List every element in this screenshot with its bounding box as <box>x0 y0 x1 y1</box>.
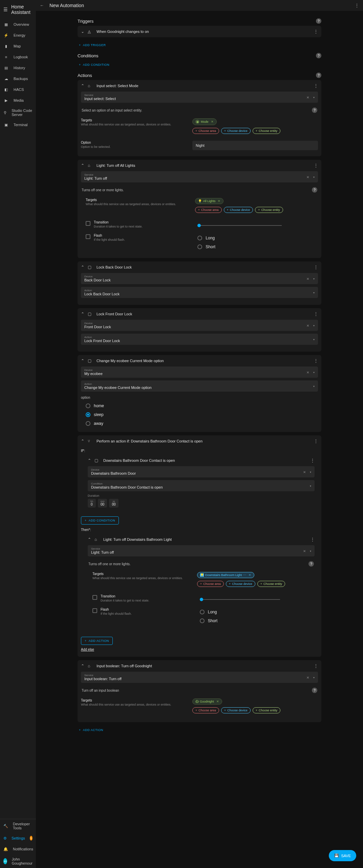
add-condition-button[interactable]: +ADD CONDITION <box>81 516 119 525</box>
sidebar-item-backups[interactable]: ☁Backups <box>0 73 36 84</box>
card-menu[interactable]: ⋮ <box>311 537 315 542</box>
dropdown-icon[interactable]: ▾ <box>310 549 311 552</box>
choose-device-button[interactable]: + Choose device <box>221 707 251 713</box>
clear-icon[interactable]: ✕ <box>306 95 309 99</box>
choose-area-button[interactable]: + Choose area <box>195 207 222 213</box>
device-field[interactable]: Device Front Door Lock ✕ ▾ <box>81 320 318 331</box>
card-menu[interactable]: ⋮ <box>314 664 318 668</box>
help-icon[interactable]: ? <box>312 187 317 193</box>
choose-entity-button[interactable]: + Choose entity <box>253 707 280 713</box>
chip-all-lights[interactable]: 💡All Lights✕ <box>195 198 224 204</box>
transition-slider[interactable] <box>197 225 282 226</box>
choose-device-button[interactable]: + Choose device <box>221 128 251 134</box>
chip-remove[interactable]: ✕ <box>218 199 220 203</box>
chevron-up-icon[interactable]: ⌃ <box>81 265 84 270</box>
sidebar-item-map[interactable]: ▮Map <box>0 41 36 52</box>
card-menu[interactable]: ⋮ <box>314 265 318 270</box>
transition-slider[interactable] <box>200 599 280 600</box>
sidebar-item-devtools[interactable]: 🔨Developer Tools <box>0 819 36 833</box>
duration-ss[interactable]: ss00 <box>109 499 118 508</box>
radio-short[interactable] <box>197 244 202 249</box>
chip-remove[interactable]: ✕ <box>216 700 219 703</box>
chevron-up-icon[interactable]: ⌃ <box>81 83 84 88</box>
radio-sleep[interactable] <box>86 412 90 417</box>
add-action-button[interactable]: +ADD ACTION <box>81 637 113 645</box>
add-else-link[interactable]: Add else <box>81 646 94 653</box>
chip-dbl[interactable]: 💡Downstairs Bathroom Light ⋯✕ <box>197 572 254 578</box>
chevron-up-icon[interactable]: ⌃ <box>81 664 84 668</box>
help-icon[interactable]: ? <box>308 561 314 567</box>
dropdown-icon[interactable]: ▾ <box>313 338 315 341</box>
chevron-up-icon[interactable]: ⌃ <box>88 537 91 542</box>
sidebar-item-history[interactable]: ▤History <box>0 62 36 73</box>
device-field[interactable]: Device Downstairs Bathroom Door ✕ ▾ <box>88 466 315 477</box>
device-field[interactable]: Device My ecobee ✕ ▾ <box>81 367 318 378</box>
choose-entity-button[interactable]: + Choose entity <box>253 128 280 134</box>
dropdown-icon[interactable]: ▾ <box>313 175 315 178</box>
choose-area-button[interactable]: + Choose area <box>197 581 224 587</box>
chip-expand[interactable]: ⋯ <box>243 573 246 577</box>
back-button[interactable]: ← <box>40 3 44 8</box>
duration-mm[interactable]: mm00 <box>98 499 107 508</box>
radio-short[interactable] <box>200 618 205 623</box>
clear-icon[interactable]: ✕ <box>306 323 309 327</box>
chevron-up-icon[interactable]: ⌃ <box>88 458 91 463</box>
chevron-up-icon[interactable]: ⌃ <box>81 312 84 316</box>
menu-icon[interactable]: ☰ <box>3 7 8 12</box>
choose-entity-button[interactable]: + Choose entity <box>257 581 285 587</box>
sidebar-item-energy[interactable]: ⚡Energy <box>0 30 36 41</box>
dropdown-icon[interactable]: ▾ <box>313 676 315 679</box>
card-menu[interactable]: ⋮ <box>314 83 318 88</box>
service-field[interactable]: Service Input boolean: Turn off ✕ ▾ <box>81 672 318 683</box>
card-menu[interactable]: ⋮ <box>314 439 318 443</box>
chevron-up-icon[interactable]: ⌃ <box>81 163 84 168</box>
transition-checkbox[interactable] <box>86 221 90 226</box>
radio-away[interactable] <box>86 421 90 426</box>
dropdown-icon[interactable]: ▾ <box>313 291 315 294</box>
transition-checkbox[interactable] <box>92 595 97 600</box>
sidebar-item-media[interactable]: ▶Media <box>0 95 36 106</box>
slider-thumb[interactable] <box>200 598 203 601</box>
choose-entity-button[interactable]: + Choose entity <box>255 207 283 213</box>
save-button[interactable]: 💾 SAVE <box>329 850 356 861</box>
dropdown-icon[interactable]: ▾ <box>313 384 315 388</box>
chevron-down-icon[interactable]: ⌄ <box>81 29 84 34</box>
sidebar-item-logbook[interactable]: ≡Logbook <box>0 52 36 62</box>
device-field[interactable]: Device Back Door Lock ✕ ▾ <box>81 273 318 284</box>
add-condition-button[interactable]: +ADD CONDITION <box>78 60 111 69</box>
chip-goodnight[interactable]: ⏻Goodnight✕ <box>192 698 222 705</box>
service-field[interactable]: Service Input select: Select ✕ ▾ <box>81 92 318 103</box>
chevron-up-icon[interactable]: ⌃ <box>81 358 84 363</box>
sidebar-item-terminal[interactable]: ▣Terminal <box>0 119 36 130</box>
dropdown-icon[interactable]: ▾ <box>310 470 311 473</box>
option-input[interactable] <box>192 141 318 150</box>
card-menu[interactable]: ⋮ <box>314 29 318 34</box>
service-field[interactable]: Service Light: Turn off ✕ ▾ <box>88 545 315 556</box>
clear-icon[interactable]: ✕ <box>306 675 309 679</box>
topbar-menu[interactable]: ⋮ <box>355 3 359 8</box>
choose-device-button[interactable]: + Choose device <box>224 207 253 213</box>
add-action-button[interactable]: +ADD ACTION <box>78 726 105 734</box>
clear-icon[interactable]: ✕ <box>306 277 309 280</box>
choose-device-button[interactable]: + Choose device <box>226 581 255 587</box>
flash-checkbox[interactable] <box>92 608 97 613</box>
chip-mode[interactable]: ◉Mode✕ <box>192 118 217 125</box>
dropdown-icon[interactable]: ▾ <box>313 277 315 280</box>
action-field[interactable]: Action Change My ecobee Current Mode opt… <box>81 380 318 392</box>
dropdown-icon[interactable]: ▾ <box>313 324 315 327</box>
clear-icon[interactable]: ✕ <box>303 470 306 474</box>
help-icon[interactable]: ? <box>316 53 321 58</box>
dropdown-icon[interactable]: ▾ <box>313 371 315 374</box>
chevron-up-icon[interactable]: ⌃ <box>81 439 84 443</box>
radio-home[interactable] <box>86 403 90 408</box>
sidebar-item-notifications[interactable]: 🔔Notifications <box>0 844 36 854</box>
clear-icon[interactable]: ✕ <box>303 549 306 553</box>
dropdown-icon[interactable]: ▾ <box>310 484 311 487</box>
chip-remove[interactable]: ✕ <box>249 573 251 577</box>
clear-icon[interactable]: ✕ <box>306 370 309 374</box>
sidebar-item-hacs[interactable]: ◧HACS <box>0 84 36 95</box>
chip-remove[interactable]: ✕ <box>211 120 214 123</box>
flash-checkbox[interactable] <box>86 234 90 239</box>
condition-field[interactable]: Condition Downstairs Bathroom Door Conta… <box>88 480 315 491</box>
card-menu[interactable]: ⋮ <box>311 458 315 463</box>
